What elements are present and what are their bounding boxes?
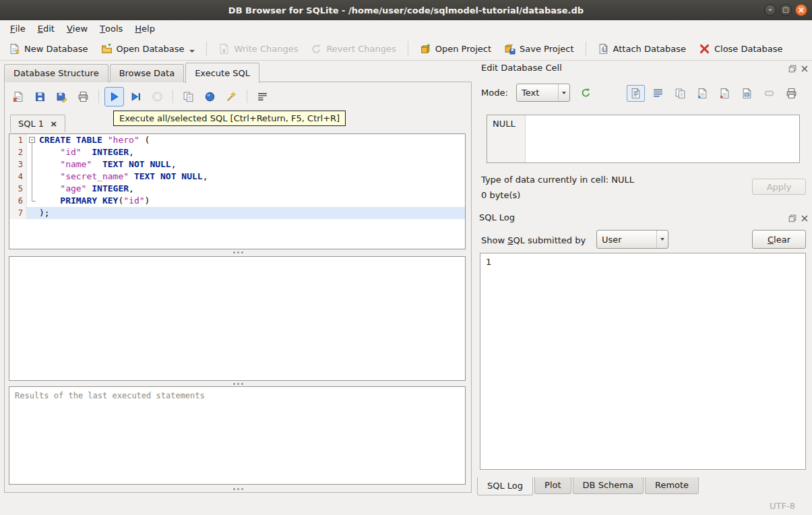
edit-cell-panel-controls bbox=[787, 63, 809, 73]
text-view-toggle[interactable] bbox=[627, 85, 645, 102]
export-results-button[interactable] bbox=[179, 87, 198, 107]
close-panel-icon[interactable] bbox=[799, 213, 809, 223]
save-sql-file-as-button[interactable] bbox=[52, 87, 71, 107]
close-panel-icon[interactable] bbox=[799, 63, 809, 73]
apply-button-label: Apply bbox=[767, 182, 792, 192]
splitter-handle[interactable] bbox=[5, 382, 471, 386]
menu-file[interactable]: File bbox=[4, 20, 32, 37]
tab-execute-sql[interactable]: Execute SQL bbox=[185, 63, 259, 83]
float-panel-icon[interactable] bbox=[787, 213, 797, 223]
toolbar-separator bbox=[247, 90, 247, 103]
image-view-button[interactable] bbox=[738, 85, 756, 102]
menu-view[interactable]: View bbox=[61, 20, 94, 37]
line-number: 3 bbox=[9, 158, 27, 171]
cell-editor-content[interactable] bbox=[526, 115, 799, 162]
titlebar[interactable]: DB Browser for SQLite - /home/user/code/… bbox=[0, 0, 812, 20]
minimize-button[interactable]: – bbox=[764, 4, 776, 16]
open-project-button[interactable]: Open Project bbox=[414, 40, 497, 58]
float-panel-icon[interactable] bbox=[787, 63, 797, 73]
close-button[interactable]: × bbox=[795, 4, 807, 16]
main-tab-bar: Database StructureBrowse DataExecute SQL bbox=[4, 61, 259, 82]
project-save-icon bbox=[504, 43, 516, 55]
save-project-button[interactable]: Save Project bbox=[499, 40, 580, 58]
open-sql-file-button[interactable] bbox=[9, 87, 28, 107]
execute-line-button[interactable] bbox=[126, 87, 146, 107]
close-tab-icon[interactable]: × bbox=[50, 119, 57, 129]
fold-margin[interactable]: – bbox=[27, 134, 37, 146]
import-in-cell-button[interactable] bbox=[575, 84, 596, 102]
sql-log-filter-select[interactable]: User bbox=[596, 230, 668, 249]
editor-line-7: 7); bbox=[9, 207, 465, 219]
fold-collapse-icon[interactable]: – bbox=[29, 137, 35, 143]
mode-select[interactable]: Text bbox=[516, 84, 570, 102]
execute-all-button[interactable] bbox=[104, 87, 124, 107]
code-line[interactable]: ); bbox=[37, 207, 465, 219]
tab-database-structure[interactable]: Database Structure bbox=[4, 64, 108, 82]
tab-remote[interactable]: Remote bbox=[645, 477, 699, 494]
format-sql-button[interactable] bbox=[222, 87, 241, 107]
editor-line-1: 1–CREATE TABLE "hero" ( bbox=[9, 134, 465, 146]
set-null-button[interactable] bbox=[760, 85, 778, 102]
tab-db-schema[interactable]: DB Schema bbox=[573, 477, 644, 494]
code-line[interactable]: PRIMARY KEY("id") bbox=[37, 195, 465, 207]
splitter-handle[interactable] bbox=[5, 250, 471, 255]
results-grid[interactable] bbox=[9, 256, 466, 381]
window-title: DB Browser for SQLite - /home/user/code/… bbox=[228, 5, 584, 16]
tab-sql-log[interactable]: SQL Log bbox=[477, 477, 533, 495]
print-cell-button[interactable] bbox=[782, 85, 801, 102]
print-sql-button[interactable] bbox=[73, 87, 93, 107]
tab-browse-data[interactable]: Browse Data bbox=[110, 64, 185, 82]
import-data-button[interactable] bbox=[693, 85, 712, 102]
chevron-down-icon bbox=[656, 231, 668, 248]
save-sql-file-button[interactable] bbox=[30, 87, 50, 107]
toolbar-separator bbox=[408, 41, 408, 56]
attach-database-button-label: Attach Database bbox=[613, 44, 686, 54]
results-log[interactable]: Results of the last executed statements bbox=[9, 386, 466, 485]
menu-edit[interactable]: Edit bbox=[32, 20, 61, 37]
sql-tab[interactable]: SQL 1 × bbox=[10, 115, 65, 132]
write-changes-button: Write Changes bbox=[213, 40, 303, 58]
apply-button: Apply bbox=[752, 179, 806, 195]
code-line[interactable]: "secret_name" TEXT NOT NULL, bbox=[37, 171, 465, 183]
menubar: FileEditViewToolsHelp bbox=[0, 20, 812, 37]
fold-margin bbox=[27, 158, 37, 171]
menu-help[interactable]: Help bbox=[129, 20, 161, 37]
maximize-button[interactable]: □ bbox=[780, 4, 792, 16]
new-database-button[interactable]: New Database bbox=[3, 40, 94, 58]
copy-icon bbox=[675, 88, 686, 99]
open-database-button[interactable]: Open Database bbox=[96, 40, 201, 58]
toolbar-separator bbox=[206, 41, 207, 56]
sql-log-filter-label: Show SQL submitted by bbox=[481, 235, 586, 245]
play-icon bbox=[108, 91, 120, 102]
close-database-button[interactable]: Close Database bbox=[693, 40, 788, 58]
find-sphere-icon bbox=[204, 91, 216, 102]
splitter-handle[interactable] bbox=[5, 487, 471, 491]
copy-cell-button[interactable] bbox=[671, 85, 689, 102]
attach-db-icon bbox=[598, 43, 609, 55]
copy-icon bbox=[183, 91, 194, 102]
export-data-button[interactable] bbox=[716, 85, 734, 102]
code-line[interactable]: CREATE TABLE "hero" ( bbox=[37, 134, 465, 146]
code-line[interactable]: "age" INTEGER, bbox=[37, 183, 465, 195]
find-replace-button[interactable] bbox=[200, 87, 220, 107]
execute-sql-pane: Execute all/selected SQL [Ctrl+Return, F… bbox=[4, 82, 472, 493]
db-new-icon bbox=[9, 43, 20, 55]
sql-code-editor[interactable]: 1–CREATE TABLE "hero" (2 "id" INTEGER,3 … bbox=[9, 133, 466, 249]
cell-editor[interactable]: NULL bbox=[487, 115, 800, 163]
mode-label: Mode: bbox=[481, 88, 508, 98]
tab-plot[interactable]: Plot bbox=[534, 477, 571, 494]
align-toggle[interactable] bbox=[649, 85, 667, 102]
revert-changes-button: Revert Changes bbox=[305, 40, 401, 58]
dropdown-caret-icon[interactable] bbox=[189, 50, 195, 53]
menu-tools[interactable]: Tools bbox=[94, 20, 129, 37]
sql-editor-lines: 1–CREATE TABLE "hero" (2 "id" INTEGER,3 … bbox=[9, 134, 465, 219]
clear-log-button[interactable]: Clear bbox=[752, 230, 806, 249]
stop-icon bbox=[152, 91, 163, 102]
word-wrap-button[interactable] bbox=[253, 87, 272, 107]
sql-tabstrip: SQL 1 × bbox=[10, 115, 65, 132]
code-line[interactable]: "name" TEXT NOT NULL, bbox=[37, 158, 465, 171]
code-line[interactable]: "id" INTEGER, bbox=[37, 146, 465, 158]
sql-log-title: SQL Log bbox=[479, 212, 515, 222]
attach-database-button[interactable]: Attach Database bbox=[592, 40, 691, 58]
sql-log-area[interactable]: 1 bbox=[480, 253, 806, 470]
